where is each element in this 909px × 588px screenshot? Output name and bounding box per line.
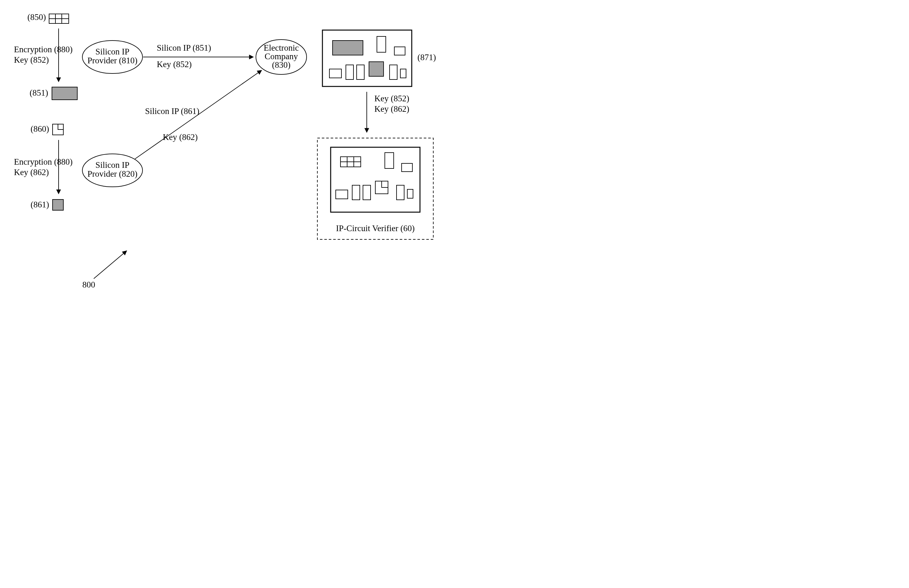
- label-850: (850): [27, 12, 46, 22]
- label-key862: Key (862): [374, 104, 409, 114]
- svg-rect-24: [385, 153, 394, 168]
- label-enc1b: Key (852): [14, 55, 49, 65]
- glyph-860: [53, 124, 63, 135]
- label-prov1a: Silicon IP: [95, 47, 129, 57]
- svg-rect-32: [407, 189, 413, 198]
- svg-rect-25: [402, 163, 412, 171]
- label-871: (871): [417, 53, 436, 62]
- svg-rect-28: [336, 190, 348, 199]
- svg-rect-10: [394, 47, 405, 55]
- label-verifier: IP-Circuit Verifier (60): [336, 223, 415, 233]
- glyph-861: [53, 199, 63, 210]
- svg-rect-12: [329, 69, 341, 78]
- label-key852: Key (852): [374, 94, 409, 103]
- svg-rect-29: [352, 185, 360, 200]
- label-prov1b: Provider (810): [87, 56, 137, 65]
- label-enc2b: Key (862): [14, 168, 49, 177]
- label-851: (851): [30, 88, 48, 97]
- glyph-851: [52, 87, 77, 100]
- label-800: 800: [82, 280, 95, 289]
- svg-rect-6: [58, 124, 63, 129]
- diagram-canvas: (850) Encryption (880) Key (852) (851) (…: [0, 0, 467, 302]
- svg-rect-30: [363, 185, 370, 200]
- svg-rect-31: [396, 185, 404, 200]
- box-871: [322, 30, 412, 86]
- svg-rect-13: [346, 65, 353, 79]
- label-prov2a: Silicon IP: [95, 160, 129, 170]
- svg-rect-16: [400, 69, 406, 78]
- label-edge2a: Silicon IP (861): [145, 107, 199, 116]
- label-enc1a: Encryption (880): [14, 45, 73, 54]
- label-compC: (830): [272, 60, 290, 69]
- glyph-850: [49, 14, 69, 23]
- svg-rect-27: [382, 181, 388, 187]
- label-861: (861): [31, 200, 49, 209]
- arrow-800: [94, 251, 127, 279]
- label-860: (860): [31, 124, 49, 134]
- svg-rect-23: [354, 157, 361, 162]
- label-edge1a: Silicon IP (851): [157, 43, 211, 53]
- label-edge2b: Key (862): [163, 132, 197, 142]
- label-enc2a: Encryption (880): [14, 157, 73, 166]
- svg-rect-11: [369, 62, 383, 76]
- svg-rect-15: [390, 65, 397, 79]
- label-edge1b: Key (852): [157, 60, 192, 69]
- svg-rect-14: [357, 65, 364, 79]
- label-prov2b: Provider (820): [87, 169, 137, 179]
- label-compA: Electronic: [264, 43, 299, 53]
- svg-rect-9: [377, 36, 386, 52]
- svg-rect-4: [62, 14, 69, 19]
- svg-rect-8: [333, 40, 363, 55]
- label-compB: Company: [265, 52, 298, 61]
